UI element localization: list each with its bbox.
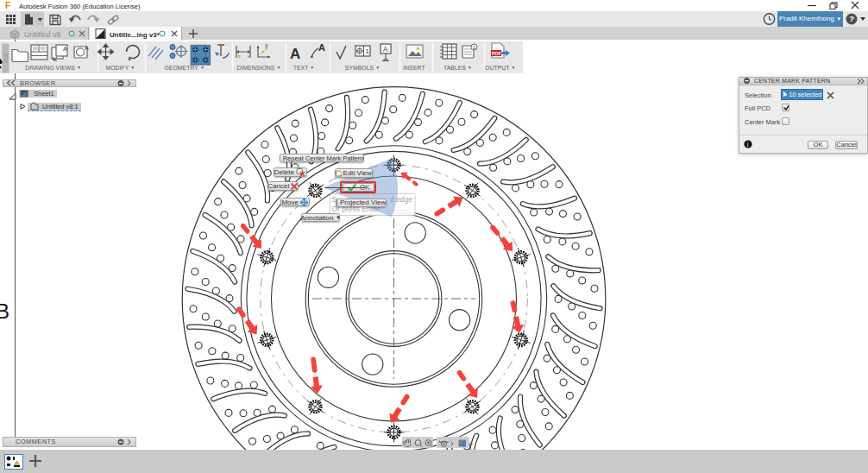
- svg-text:A: A: [318, 42, 325, 53]
- svg-text:A: A: [85, 45, 89, 51]
- svg-text:1: 1: [366, 47, 370, 55]
- svg-text:Autodesk Fusion 360 (Education: Autodesk Fusion 360 (Education License): [19, 3, 141, 10]
- svg-text:?: ?: [849, 14, 854, 23]
- svg-text:i: i: [747, 141, 749, 148]
- svg-text:A: A: [290, 46, 300, 62]
- svg-text:A: A: [63, 46, 67, 52]
- svg-text:A: A: [383, 45, 388, 54]
- svg-text:PDF: PDF: [492, 51, 502, 56]
- svg-text:Untitled v8: Untitled v8: [24, 29, 61, 38]
- svg-text:B: B: [0, 300, 9, 323]
- svg-text:F: F: [5, 0, 11, 10]
- svg-text:X: X: [265, 43, 268, 48]
- svg-text:Untitle...ing v3*: Untitle...ing v3*: [110, 30, 160, 38]
